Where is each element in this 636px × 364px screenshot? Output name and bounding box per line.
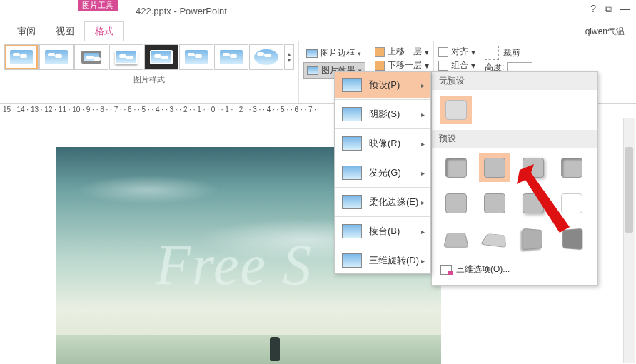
send-backward-label: 下移一层 [388,59,422,71]
bring-forward-button[interactable]: 上移一层 ▾ [375,46,429,58]
preset-6[interactable] [479,189,510,218]
contextual-tab-label: 图片工具 [78,0,118,11]
tab-view[interactable]: 视图 [46,22,84,41]
group-button[interactable]: 组合▾ [438,59,475,71]
menu-preset-label: 预设(P) [369,79,400,91]
menu-bevel[interactable]: 棱台(B)▸ [335,218,430,244]
chevron-right-icon: ▸ [421,198,425,206]
align-icon [438,47,448,57]
menu-bevel-label: 棱台(B) [369,225,400,238]
restore-icon[interactable]: ⧉ [605,3,612,15]
picture-effects-menu: 预设(P)▸ 阴影(S)▸ 映像(R)▸ 发光(G)▸ 柔化边缘(E)▸ 棱台(… [334,71,431,274]
vertical-scrollbar[interactable] [623,118,635,363]
preset-7[interactable] [518,189,549,218]
chevron-right-icon: ▸ [421,228,425,236]
menu-reflection-label: 映像(R) [369,137,400,150]
chevron-right-icon: ▸ [421,140,425,148]
ribbon-tabs: 审阅 视图 格式 qiwen气温 [0,21,636,41]
crop-icon [485,46,499,60]
menu-glow-label: 发光(G) [369,166,401,179]
style-thumb-6[interactable] [179,44,213,70]
rotate3d-icon [342,253,362,268]
menu-shadow[interactable]: 阴影(S)▸ [335,101,430,127]
crop-label[interactable]: 裁剪 [503,47,520,59]
style-thumb-2[interactable] [39,44,74,70]
glow-icon [342,166,362,180]
preset-1[interactable] [440,153,472,182]
chevron-right-icon: ▸ [421,81,425,89]
bring-forward-icon [375,47,385,57]
menu-3d-rotation[interactable]: 三维旋转(D)▸ [335,248,430,273]
menu-soft-label: 柔化边缘(E) [369,196,418,208]
style-thumb-7[interactable] [214,44,248,70]
preset-2[interactable] [479,153,510,182]
reflection-icon [342,136,362,151]
send-backward-button[interactable]: 下移一层 ▾ [375,59,429,71]
menu-rotate3d-label: 三维旋转(D) [369,254,419,267]
bevel-icon [342,224,362,238]
tab-format[interactable]: 格式 [84,21,124,41]
3d-options-link[interactable]: 三维选项(O)... [432,259,597,280]
chevron-right-icon: ▸ [421,169,425,177]
preset-10[interactable] [479,225,510,253]
contextual-tab: 图片工具 [73,0,123,11]
styles-group-label: 图片样式 [133,74,165,85]
account-name[interactable]: qiwen气温 [585,26,625,38]
document-title: 422.pptx - PowerPoint [136,6,227,16]
help-icon[interactable]: ? [590,3,596,15]
align-label: 对齐 [451,46,468,58]
preset-icon [342,78,362,92]
menu-preset[interactable]: 预设(P)▸ [335,72,430,98]
preset-9[interactable] [440,225,472,253]
window-controls: ? ⧉ — [590,3,630,15]
ruler-marks: 15 · 14 · 13 · 12 · 11 · 10 · 9 · · 8 · … [3,106,316,113]
options-icon [440,265,452,275]
minimize-icon[interactable]: — [620,3,630,15]
chevron-right-icon: ▸ [421,111,425,118]
send-backward-icon [375,61,385,71]
preset-8[interactable] [556,189,587,218]
preset-11[interactable] [518,225,549,253]
menu-glow[interactable]: 发光(G)▸ [335,160,430,186]
style-thumb-5[interactable] [144,44,178,70]
scrollbar-thumb[interactable] [625,147,633,233]
style-thumb-8[interactable] [249,44,283,70]
menu-shadow-label: 阴影(S) [369,108,400,121]
preset-header: 预设 [432,130,597,148]
title-bar: 图片工具 422.pptx - PowerPoint ? ⧉ — [0,0,636,21]
style-thumb-4[interactable] [109,44,143,70]
3d-options-label: 三维选项(O)... [456,263,510,275]
preset-4[interactable] [556,153,587,182]
chevron-right-icon: ▸ [421,257,425,265]
style-thumb-1[interactable] [4,44,39,70]
styles-more-button[interactable]: ▴▾ [284,44,294,70]
no-preset-header: 无预设 [432,72,597,90]
picture-styles-group: ▴▾ 图片样式 [0,41,299,103]
shadow-icon [342,107,362,121]
preset-12[interactable] [556,225,587,253]
preset-none[interactable] [440,96,472,124]
menu-reflection[interactable]: 映像(R)▸ [335,131,430,156]
soft-edges-icon [342,195,362,209]
picture-border-button[interactable]: 图片边框▾ [303,46,365,61]
preset-5[interactable] [440,189,472,218]
bring-forward-label: 上移一层 [388,46,422,58]
align-button[interactable]: 对齐▾ [438,46,475,58]
menu-soft-edges[interactable]: 柔化边缘(E)▸ [335,189,430,215]
group-icon [438,61,448,71]
effects-icon [307,66,318,75]
preset-gallery: 无预设 预设 三维选项(O)... [431,71,598,286]
picture-border-label: 图片边框 [320,47,355,59]
border-icon [306,49,318,58]
group-label: 组合 [451,59,468,71]
style-thumb-3[interactable] [74,44,108,70]
tab-review[interactable]: 审阅 [7,22,46,41]
preset-3[interactable] [518,153,549,182]
